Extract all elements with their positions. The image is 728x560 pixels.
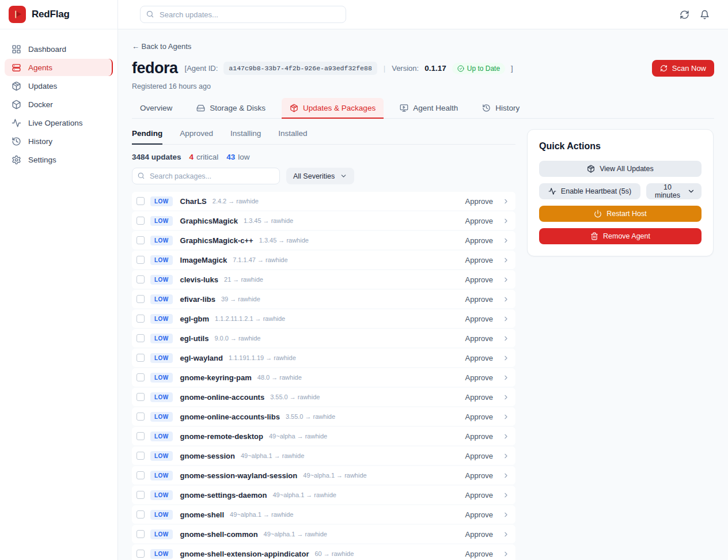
chevron-right-icon[interactable] [502, 217, 510, 225]
package-checkbox[interactable] [136, 432, 145, 440]
approve-button[interactable]: Approve [465, 315, 493, 323]
package-checkbox[interactable] [136, 550, 145, 558]
approve-button[interactable]: Approve [465, 217, 493, 225]
tab-storage-disks[interactable]: Storage & Disks [188, 98, 274, 119]
tab-overview[interactable]: Overview [132, 98, 180, 119]
package-row[interactable]: LOWgnome-session-wayland-session49~alpha… [132, 466, 515, 485]
approve-button[interactable]: Approve [465, 236, 493, 245]
chevron-right-icon[interactable] [502, 472, 510, 479]
severity-filter-select[interactable]: All Severities [286, 168, 354, 184]
subtab-installed[interactable]: Installed [278, 129, 307, 145]
package-row[interactable]: LOWclevis-luks21 → rawhideApprove [132, 270, 515, 289]
chevron-right-icon[interactable] [502, 452, 510, 460]
chevron-right-icon[interactable] [502, 413, 510, 421]
package-checkbox[interactable] [136, 236, 145, 244]
approve-button[interactable]: Approve [465, 197, 493, 206]
package-checkbox[interactable] [136, 510, 145, 519]
chevron-right-icon[interactable] [502, 393, 510, 401]
package-row[interactable]: LOWgnome-shell49~alpha.1 → rawhideApprov… [132, 505, 515, 524]
view-all-updates-button[interactable]: View All Updates [539, 161, 702, 177]
refresh-icon[interactable] [680, 10, 689, 20]
package-row[interactable]: LOWgnome-shell-common49~alpha.1 → rawhid… [132, 525, 515, 543]
chevron-right-icon[interactable] [502, 531, 510, 538]
chevron-right-icon[interactable] [502, 354, 510, 362]
heartbeat-interval-select[interactable]: 10 minutes [646, 183, 702, 199]
back-to-agents-link[interactable]: ← Back to Agents [132, 42, 191, 51]
package-checkbox[interactable] [136, 354, 145, 362]
approve-button[interactable]: Approve [465, 550, 493, 558]
sidebar-item-docker[interactable]: Docker [5, 96, 113, 113]
chevron-right-icon[interactable] [502, 335, 510, 342]
chevron-right-icon[interactable] [502, 433, 510, 440]
package-checkbox[interactable] [136, 413, 145, 421]
approve-button[interactable]: Approve [465, 452, 493, 460]
chevron-right-icon[interactable] [502, 511, 510, 519]
package-checkbox[interactable] [136, 530, 145, 538]
enable-heartbeat-button[interactable]: Enable Heartbeat (5s) [539, 183, 640, 199]
subtab-pending[interactable]: Pending [132, 129, 162, 145]
package-row[interactable]: LOWgnome-settings-daemon49~alpha.1 → raw… [132, 486, 515, 504]
sidebar-item-agents[interactable]: Agents [5, 59, 113, 76]
package-row[interactable]: LOWgnome-session49~alpha.1 → rawhideAppr… [132, 447, 515, 465]
approve-button[interactable]: Approve [465, 471, 493, 480]
sidebar-item-live-operations[interactable]: Live Operations [5, 114, 113, 131]
package-checkbox[interactable] [136, 393, 145, 401]
package-row[interactable]: LOWgnome-shell-extension-appindicator60 … [132, 544, 515, 560]
package-row[interactable]: LOWefivar-libs39 → rawhideApprove [132, 290, 515, 308]
package-row[interactable]: LOWGraphicsMagick1.3.45 → rawhideApprove [132, 211, 515, 230]
chevron-right-icon[interactable] [502, 198, 510, 205]
global-search-input[interactable] [140, 6, 346, 23]
package-checkbox[interactable] [136, 315, 145, 323]
approve-button[interactable]: Approve [465, 510, 493, 519]
chevron-right-icon[interactable] [502, 296, 510, 303]
approve-button[interactable]: Approve [465, 530, 493, 539]
tab-agent-health[interactable]: Agent Health [392, 98, 466, 119]
package-row[interactable]: LOWgnome-remote-desktop49~alpha → rawhid… [132, 427, 515, 445]
package-checkbox[interactable] [136, 275, 145, 283]
approve-button[interactable]: Approve [465, 334, 493, 343]
chevron-right-icon[interactable] [502, 315, 510, 323]
package-checkbox[interactable] [136, 217, 145, 225]
sidebar-item-history[interactable]: History [5, 133, 113, 150]
approve-button[interactable]: Approve [465, 413, 493, 421]
package-checkbox[interactable] [136, 295, 145, 303]
package-row[interactable]: LOWegl-utils9.0.0 → rawhideApprove [132, 329, 515, 347]
package-checkbox[interactable] [136, 197, 145, 205]
package-checkbox[interactable] [136, 334, 145, 342]
package-row[interactable]: LOWgnome-online-accounts3.55.0 → rawhide… [132, 388, 515, 406]
package-row[interactable]: LOWImageMagick7.1.1.47 → rawhideApprove [132, 251, 515, 269]
package-checkbox[interactable] [136, 491, 145, 499]
package-row[interactable]: LOWgnome-online-accounts-libs3.55.0 → ra… [132, 407, 515, 426]
scan-now-button[interactable]: Scan Now [652, 60, 714, 77]
bell-icon[interactable] [700, 10, 710, 20]
package-search-input[interactable] [132, 168, 280, 184]
approve-button[interactable]: Approve [465, 491, 493, 500]
approve-button[interactable]: Approve [465, 373, 493, 382]
package-checkbox[interactable] [136, 452, 145, 460]
package-row[interactable]: LOWGraphicsMagick-c++1.3.45 → rawhideApp… [132, 231, 515, 249]
package-checkbox[interactable] [136, 373, 145, 381]
restart-host-button[interactable]: Restart Host [539, 206, 702, 222]
sidebar-item-dashboard[interactable]: Dashboard [5, 40, 113, 58]
approve-button[interactable]: Approve [465, 295, 493, 304]
chevron-right-icon[interactable] [502, 550, 510, 558]
chevron-right-icon[interactable] [502, 276, 510, 283]
chevron-right-icon[interactable] [502, 256, 510, 264]
package-row[interactable]: LOWgnome-keyring-pam48.0 → rawhideApprov… [132, 368, 515, 387]
subtab-installing[interactable]: Installing [230, 129, 261, 145]
package-row[interactable]: LOWegl-wayland1.1.191.1.19 → rawhideAppr… [132, 349, 515, 367]
chevron-right-icon[interactable] [502, 237, 510, 244]
sidebar-item-updates[interactable]: Updates [5, 77, 113, 94]
remove-agent-button[interactable]: Remove Agent [539, 228, 702, 244]
sidebar-item-settings[interactable]: Settings [5, 151, 113, 168]
chevron-right-icon[interactable] [502, 491, 510, 499]
approve-button[interactable]: Approve [465, 275, 493, 284]
package-checkbox[interactable] [136, 471, 145, 479]
package-row[interactable]: LOWegl-gbm1.1.2.11.1.2.1 → rawhideApprov… [132, 309, 515, 328]
tab-history[interactable]: History [474, 98, 528, 119]
subtab-approved[interactable]: Approved [180, 129, 213, 145]
tab-updates-packages[interactable]: Updates & Packages [282, 98, 384, 119]
approve-button[interactable]: Approve [465, 256, 493, 264]
approve-button[interactable]: Approve [465, 354, 493, 362]
package-row[interactable]: LOWCharLS2.4.2 → rawhideApprove [132, 192, 515, 210]
